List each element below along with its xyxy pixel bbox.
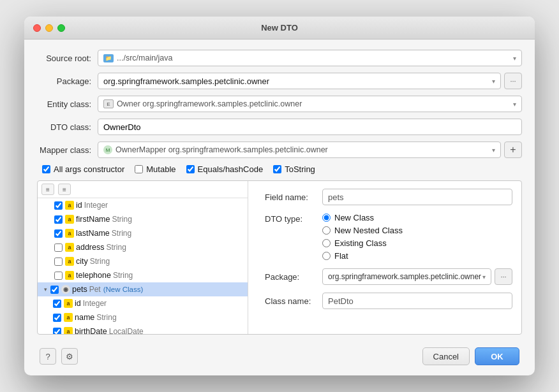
minimize-button[interactable] [45, 24, 53, 32]
mapper-class-row: Mapper class: M OwnerMapper org.springfr… [37, 142, 522, 158]
mapper-class-select[interactable]: M OwnerMapper org.springframework.sample… [98, 142, 501, 158]
mutable-input[interactable] [135, 165, 143, 173]
tostring-input[interactable] [273, 165, 281, 173]
right-package-row: Package: org.springframework.samples.pet… [265, 268, 512, 285]
footer-left: ? ⚙ [40, 348, 78, 365]
field-name-control [322, 189, 512, 205]
tostring-checkbox[interactable]: ToString [273, 164, 315, 174]
right-package-label: Package: [265, 272, 322, 282]
tostring-label: ToString [285, 164, 315, 174]
radio-flat[interactable]: Flat [322, 251, 512, 261]
tree-checkbox-city[interactable] [54, 258, 63, 266]
dto-class-label: DTO class: [37, 122, 98, 132]
cancel-button[interactable]: Cancel [422, 347, 470, 365]
field-name-input[interactable] [322, 189, 512, 205]
tree-checkbox-firstname[interactable] [54, 215, 63, 224]
class-name-input[interactable] [322, 293, 512, 309]
tree-item-lastname[interactable]: a lastName String [38, 226, 248, 240]
radio-existing-class[interactable]: Existing Class [322, 238, 512, 248]
package-label: Package: [37, 76, 98, 86]
equals-hashcode-input[interactable] [186, 165, 195, 173]
mapper-class-control: M OwnerMapper org.springframework.sample… [98, 142, 522, 158]
tree-item-pets-id[interactable]: a id Integer [38, 296, 248, 310]
type-badge-a: a [64, 327, 73, 334]
type-badge-a: a [65, 229, 74, 238]
equals-hashcode-checkbox[interactable]: Equals/hashCode [186, 164, 264, 174]
all-args-constructor-input[interactable] [42, 165, 50, 173]
dto-class-input[interactable] [98, 119, 522, 135]
package-select[interactable]: org.springframework.samples.petclinic.ow… [98, 73, 501, 89]
type-badge-a: a [65, 271, 74, 280]
settings-button[interactable]: ⚙ [61, 348, 78, 365]
help-button[interactable]: ? [40, 348, 56, 365]
ok-button[interactable]: OK [475, 347, 519, 365]
tree-item-firstname[interactable]: a firstName String [38, 212, 248, 226]
tree-checkbox-telephone[interactable] [54, 272, 63, 280]
field-name-label: Field name: [265, 192, 322, 202]
radio-flat-input[interactable] [322, 252, 331, 260]
type-badge-a: a [65, 243, 74, 252]
tree-panel: ≡ ≡ a id Integer a firstName String [38, 181, 248, 334]
tree-item-pets-birthdate[interactable]: a birthDate LocalDate [38, 324, 248, 334]
type-badge-a: a [64, 313, 73, 322]
window-title: New DTO [261, 23, 298, 33]
source-root-select[interactable]: 📁 .../src/main/java ▾ [98, 50, 522, 66]
tree-item-id[interactable]: a id Integer [38, 198, 248, 212]
radio-new-nested-class-label: New Nested Class [334, 226, 403, 235]
expander-icon[interactable]: ▾ [41, 286, 49, 293]
type-badge-circle: ◉ [61, 285, 70, 294]
type-badge-a: a [65, 201, 74, 210]
package-browse-button[interactable]: ··· [504, 73, 522, 89]
type-badge-a: a [65, 215, 74, 224]
maximize-button[interactable] [57, 24, 65, 32]
tree-expand-button[interactable]: ≡ [41, 184, 54, 195]
tree-collapse-button[interactable]: ≡ [58, 184, 71, 195]
package-control: org.springframework.samples.petclinic.ow… [98, 73, 522, 89]
dialog-window: New DTO Source root: 📁 .../src/main/java… [24, 17, 535, 375]
class-name-label: Class name: [265, 296, 322, 306]
tree-item-telephone[interactable]: a telephone String [38, 268, 248, 282]
tree-item-city[interactable]: a city String [38, 254, 248, 268]
tree-item-pets-name[interactable]: a name String [38, 310, 248, 324]
footer-right: Cancel OK [422, 347, 519, 365]
tree-checkbox-pets-birthdate[interactable] [53, 328, 61, 335]
dto-type-row: DTO type: New Class New Nested Class [265, 213, 512, 261]
entity-icon: E [103, 99, 114, 108]
dialog-content: Source root: 📁 .../src/main/java ▾ Packa… [24, 40, 535, 375]
tree-checkbox-address[interactable] [54, 243, 63, 252]
source-root-value: .../src/main/java [117, 54, 173, 62]
mutable-checkbox[interactable]: Mutable [135, 164, 175, 174]
source-root-control: 📁 .../src/main/java ▾ [98, 50, 522, 66]
dto-type-control: New Class New Nested Class Existing Clas… [322, 213, 512, 261]
close-button[interactable] [33, 24, 41, 32]
dialog-footer: ? ⚙ Cancel OK [37, 342, 522, 367]
radio-new-class-input[interactable] [322, 214, 331, 222]
right-package-browse-button[interactable]: ··· [495, 268, 512, 285]
mapper-add-button[interactable]: + [504, 142, 522, 158]
radio-new-nested-class[interactable]: New Nested Class [322, 226, 512, 235]
radio-flat-label: Flat [334, 251, 348, 261]
all-args-constructor-checkbox[interactable]: All args constructor [42, 164, 124, 174]
radio-new-nested-class-input[interactable] [322, 226, 331, 235]
chevron-down-icon: ▾ [513, 101, 516, 108]
tree-checkbox-pets-id[interactable] [53, 300, 61, 308]
radio-new-class[interactable]: New Class [322, 213, 512, 222]
entity-class-row: Entity class: E Owner org.springframewor… [37, 96, 522, 112]
right-package-select[interactable]: org.springframework.samples.petclinic.ow… [322, 268, 491, 285]
right-package-control: org.springframework.samples.petclinic.ow… [322, 268, 512, 285]
tree-item-pets[interactable]: ▾ ◉ pets Pet (New Class) [38, 282, 248, 296]
class-name-control [322, 293, 512, 309]
radio-existing-class-input[interactable] [322, 239, 331, 247]
type-badge-a: a [65, 257, 74, 266]
tree-item-address[interactable]: a address String [38, 240, 248, 254]
tree-checkbox-lastname[interactable] [54, 229, 63, 238]
options-checkboxes-row: All args constructor Mutable Equals/hash… [37, 164, 522, 174]
tree-checkbox-pets-name[interactable] [53, 314, 61, 322]
tree-checkbox-id[interactable] [54, 201, 63, 210]
entity-class-select[interactable]: E Owner org.springframework.samples.petc… [98, 96, 522, 112]
right-package-value: org.springframework.samples.petclinic.ow… [328, 272, 481, 281]
type-badge-a: a [64, 299, 73, 308]
mapper-icon: M [103, 145, 112, 154]
entity-class-label: Entity class: [37, 99, 98, 109]
tree-checkbox-pets[interactable] [50, 286, 59, 294]
